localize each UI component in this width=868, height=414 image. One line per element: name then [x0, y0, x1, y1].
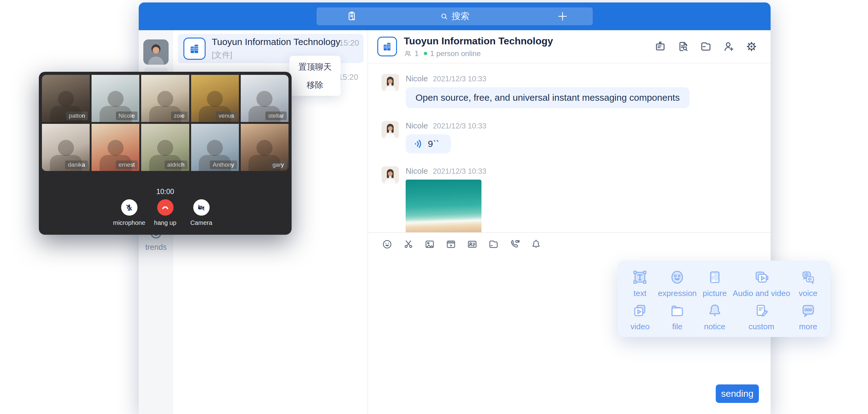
more-icon — [800, 302, 816, 319]
voice-bubble[interactable]: 9`` — [406, 134, 451, 153]
search-input[interactable]: 搜索 — [316, 7, 593, 25]
participant-tile: venus — [191, 75, 239, 122]
add-member-button[interactable] — [722, 40, 736, 53]
panel-label: video — [630, 322, 649, 331]
search-placeholder: 搜索 — [452, 10, 469, 23]
image-button[interactable] — [424, 239, 435, 250]
participant-name: ernest — [116, 160, 138, 169]
panel-item-video[interactable]: video — [622, 300, 658, 333]
add-icon[interactable] — [556, 10, 569, 23]
message-meta: Nicole 2021/12/3 10:33 — [406, 166, 487, 176]
camera-off-icon[interactable] — [193, 199, 210, 216]
call-button[interactable] — [509, 239, 520, 250]
panel-label: voice — [799, 289, 817, 298]
trends-label: trends — [139, 243, 173, 252]
chat-header-texts: Tuoyun Information Technology 1 1 person… — [404, 35, 553, 58]
participant-name: zoie — [171, 112, 187, 120]
panel-item-picture[interactable]: picture — [696, 267, 733, 300]
menu-item-pin-chat[interactable]: 置顶聊天 — [289, 58, 341, 76]
search-area[interactable]: 搜索 — [316, 7, 593, 25]
panel-label: file — [672, 322, 682, 331]
panel-item-custom[interactable]: custom — [733, 300, 790, 333]
folder-icon — [488, 239, 499, 250]
control-label: hang up — [154, 219, 176, 226]
notification-button[interactable] — [530, 239, 541, 250]
emoji-button[interactable] — [381, 239, 393, 250]
panel-label: notice — [704, 322, 725, 331]
message-time: 2021/12/3 10:33 — [433, 74, 487, 83]
group-file-button[interactable] — [699, 40, 713, 53]
gear-icon — [745, 40, 758, 53]
participant-tile: ernest — [92, 124, 139, 171]
voice-icon — [800, 269, 816, 286]
panel-label: more — [799, 322, 817, 331]
participant-tile: patton — [42, 75, 90, 122]
image-icon — [424, 239, 435, 250]
sender-name: Nicole — [406, 121, 428, 131]
sender-avatar[interactable] — [381, 74, 399, 91]
menu-item-remove[interactable]: 移除 — [289, 76, 341, 94]
panel-label: expression — [658, 289, 697, 298]
panel-label: picture — [703, 289, 727, 298]
contact-card-button[interactable] — [467, 239, 478, 250]
chat-header-actions — [653, 40, 758, 53]
send-button[interactable]: sending — [716, 384, 759, 403]
chat-history-search-button[interactable] — [676, 40, 690, 53]
group-notice-button[interactable] — [653, 40, 667, 53]
settings-button[interactable] — [745, 40, 758, 53]
panel-label: Audio and video — [733, 289, 790, 298]
screen: 搜索 — [0, 0, 868, 414]
my-avatar[interactable] — [143, 39, 168, 65]
video-icon — [631, 302, 648, 319]
sender-avatar[interactable] — [381, 121, 399, 138]
panel-item-more[interactable]: more — [790, 300, 826, 333]
user-plus-icon — [722, 40, 735, 53]
camera-control[interactable]: Camera — [187, 199, 215, 226]
participant-name: Nicole — [116, 112, 138, 120]
message-list: Nicole 2021/12/3 10:33 Open source, free… — [368, 63, 771, 232]
chat-panel: Tuoyun Information Technology 1 1 person… — [368, 30, 771, 414]
sender-name: Nicole — [406, 74, 428, 84]
hang-up-control[interactable]: hang up — [151, 199, 179, 226]
emoji-icon — [381, 239, 393, 250]
message-meta: Nicole 2021/12/3 10:33 — [406, 74, 689, 84]
chat-header: Tuoyun Information Technology 1 1 person… — [368, 30, 771, 63]
hang-up-icon[interactable] — [157, 199, 174, 216]
image-message-beach[interactable] — [406, 180, 482, 232]
scissors-icon — [403, 239, 414, 250]
panel-item-file[interactable]: file — [658, 300, 697, 333]
folder-icon — [700, 40, 712, 53]
microphone-control[interactable]: microphone — [115, 199, 143, 226]
group-avatar — [183, 38, 206, 60]
participant-name: patton — [66, 112, 88, 120]
panel-item-notice[interactable]: notice — [696, 300, 733, 333]
participant-name: aldrich — [164, 160, 187, 169]
file-button[interactable] — [488, 239, 499, 250]
panel-item-voice[interactable]: voice — [790, 267, 826, 300]
screenshot-button[interactable] — [403, 239, 414, 250]
participant-tile: zoie — [141, 75, 189, 122]
mic-off-icon[interactable] — [121, 199, 137, 216]
participant-tile: Anthony — [191, 124, 239, 171]
custom-icon — [753, 302, 770, 319]
chat-title: Tuoyun Information Technology — [404, 35, 553, 47]
member-count: 1 — [414, 49, 418, 58]
voice-waves-icon — [414, 139, 424, 149]
panel-item-expression[interactable]: expression — [658, 267, 697, 300]
panel-label: custom — [748, 322, 774, 331]
audio-video-icon — [753, 269, 770, 286]
search-icon — [440, 12, 448, 21]
message-time: 2021/12/3 10:33 — [433, 167, 487, 176]
panel-item-audio-video[interactable]: Audio and video — [733, 267, 790, 300]
video-call-overlay: patton Nicole zoie venus stellar danika … — [39, 72, 291, 235]
sender-avatar[interactable] — [381, 166, 399, 184]
panel-item-text[interactable]: text — [622, 267, 658, 300]
message-text: Nicole 2021/12/3 10:33 Open source, free… — [381, 74, 771, 108]
participant-tile: gary — [241, 124, 288, 171]
panel-label: text — [633, 289, 646, 298]
topbar: 搜索 — [139, 2, 771, 30]
message-voice: Nicole 2021/12/3 10:33 9`` — [381, 121, 771, 153]
video-button[interactable] — [445, 239, 457, 250]
message-time: 2021/12/3 10:33 — [433, 122, 487, 130]
file-folder-icon — [669, 302, 685, 319]
